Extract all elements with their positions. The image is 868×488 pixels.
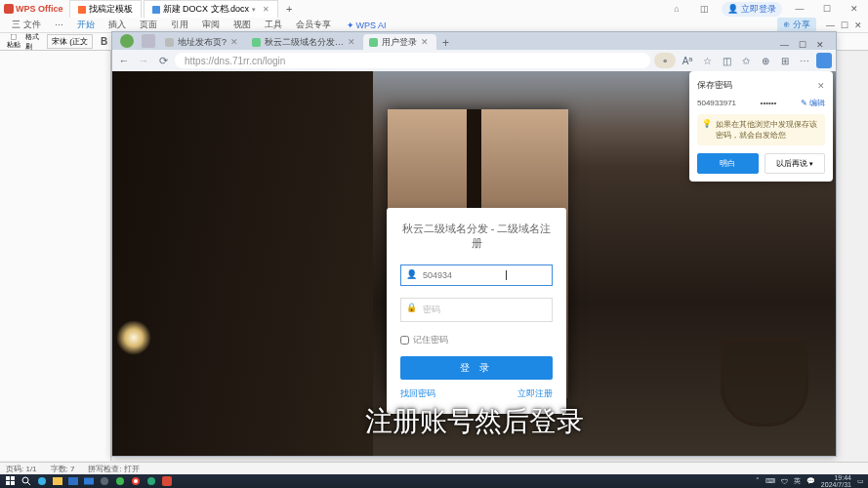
- wps-titlebar: WPS Office 找稿定模板 新建 DOCX 文档.docx ▾ ✕ + ⌂…: [0, 0, 868, 18]
- forward-button[interactable]: →: [136, 53, 151, 68]
- menu-vip[interactable]: 会员专享: [290, 19, 337, 31]
- browser-maximize[interactable]: ☐: [799, 40, 806, 50]
- username-input[interactable]: 504934: [400, 264, 553, 286]
- search-button[interactable]: [20, 474, 33, 488]
- login-submit-button[interactable]: 登 录: [400, 356, 553, 380]
- checkbox[interactable]: [400, 336, 409, 345]
- close-icon[interactable]: ✕: [845, 4, 864, 14]
- spellcheck-status[interactable]: 拼写检查: 打开: [88, 464, 139, 474]
- notification-icon[interactable]: 💬: [806, 477, 815, 485]
- home-icon[interactable]: ⌂: [667, 4, 686, 14]
- accept-button[interactable]: 明白: [697, 153, 759, 174]
- menu-review[interactable]: 审阅: [196, 19, 226, 31]
- password-input[interactable]: 密码: [400, 298, 553, 322]
- wechat-icon[interactable]: [113, 474, 127, 488]
- login-card: 秋云二级域名分发 - 二级域名注册 👤 504934 🔒 密码 记住密码 登 录…: [387, 208, 566, 414]
- mail-icon[interactable]: [82, 474, 96, 488]
- browser-tab-1[interactable]: 地址发布页? ✕: [159, 34, 246, 50]
- store-icon[interactable]: [66, 474, 80, 488]
- edit-link[interactable]: ✎ 编辑: [801, 98, 825, 108]
- menu-more[interactable]: ⋯: [49, 20, 69, 30]
- svg-line-12: [27, 482, 30, 485]
- menu-view[interactable]: 视图: [227, 19, 257, 31]
- start-button[interactable]: [4, 474, 18, 488]
- menu-start[interactable]: 开始: [71, 19, 101, 31]
- ime-indicator[interactable]: 英: [794, 476, 801, 486]
- doc-maximize-icon[interactable]: ☐: [841, 20, 848, 30]
- menu-page[interactable]: 页面: [134, 19, 163, 31]
- new-tab-button[interactable]: +: [280, 3, 298, 15]
- workspace-icon[interactable]: [142, 34, 155, 48]
- tray-defender[interactable]: 🛡: [781, 478, 788, 485]
- svg-rect-0: [4, 4, 14, 14]
- profile-icon[interactable]: [120, 34, 134, 48]
- svg-point-17: [101, 477, 108, 485]
- close-tab-icon[interactable]: ✕: [263, 5, 269, 14]
- menu-reference[interactable]: 引用: [165, 19, 194, 31]
- maximize-icon[interactable]: ☐: [817, 4, 837, 14]
- word-count[interactable]: 字数: 7: [51, 464, 75, 474]
- later-button[interactable]: 以后再说 ▾: [765, 153, 826, 174]
- doc-close-icon[interactable]: ✕: [854, 20, 862, 30]
- star-icon[interactable]: ☆: [699, 53, 715, 68]
- menu-tools[interactable]: 工具: [259, 19, 288, 31]
- explorer-icon[interactable]: [51, 474, 64, 488]
- voice-icon[interactable]: Aª: [680, 53, 695, 68]
- close-icon[interactable]: ✕: [817, 81, 825, 91]
- remember-checkbox[interactable]: 记住密码: [400, 334, 553, 346]
- svg-rect-10: [11, 481, 15, 485]
- wps-ai-button[interactable]: ✦ WPS AI: [347, 20, 387, 30]
- browser-minimize[interactable]: —: [780, 40, 789, 50]
- paste-button[interactable]: 粘贴: [6, 34, 21, 50]
- back-button[interactable]: ←: [116, 53, 132, 68]
- format-brush-button[interactable]: 格式刷: [25, 34, 41, 50]
- svg-rect-3: [12, 34, 17, 39]
- url-input[interactable]: https://dns.71rr.cn/login: [175, 53, 650, 68]
- action-center[interactable]: ▭: [857, 477, 864, 485]
- minimize-icon[interactable]: —: [790, 4, 809, 14]
- menu-file[interactable]: 三 文件: [6, 19, 47, 31]
- permission-icon[interactable]: ⚬: [654, 53, 676, 68]
- browser-tab-2[interactable]: 秋云二级域名分发 - 秋云二级域... ✕: [246, 34, 363, 50]
- tab-favicon: [252, 38, 261, 47]
- page-indicator[interactable]: 页码: 1/1: [6, 464, 37, 474]
- browser-close[interactable]: ✕: [816, 40, 824, 50]
- wps-icon[interactable]: [160, 474, 174, 488]
- extension-icon[interactable]: ⊞: [777, 53, 793, 68]
- save-password-prompt: 保存密码 ✕ 504933971 •••••• ✎ 编辑 💡 如果在其他浏览中发…: [689, 71, 833, 182]
- close-icon[interactable]: ✕: [421, 37, 429, 47]
- bold-button[interactable]: B: [99, 36, 109, 47]
- tray-chevron[interactable]: ˄: [756, 477, 760, 485]
- login-button[interactable]: 👤 立即登录: [722, 2, 782, 17]
- settings-icon[interactable]: [98, 474, 111, 488]
- menu-insert[interactable]: 插入: [103, 19, 132, 31]
- svg-point-13: [38, 477, 46, 485]
- split-icon[interactable]: ◫: [719, 53, 734, 68]
- svg-rect-14: [53, 477, 62, 485]
- share-button[interactable]: ⊕ 分享: [777, 18, 816, 32]
- favorite-icon[interactable]: ✩: [738, 53, 754, 68]
- close-icon[interactable]: ✕: [348, 37, 355, 47]
- browser-tab-3[interactable]: 用户登录 ✕: [363, 34, 436, 50]
- new-browser-tab[interactable]: +: [436, 36, 455, 50]
- font-selector[interactable]: 宋体 (正文: [47, 34, 93, 49]
- apps-icon[interactable]: ◫: [694, 4, 714, 14]
- doc-minimize-icon[interactable]: —: [826, 20, 835, 30]
- close-icon[interactable]: ✕: [230, 37, 238, 47]
- wps-tab-document[interactable]: 新建 DOCX 文档.docx ▾ ✕: [144, 0, 279, 18]
- dropdown-icon[interactable]: ▾: [252, 6, 256, 14]
- edge-icon[interactable]: [35, 474, 49, 488]
- copilot-icon[interactable]: [816, 53, 832, 68]
- wps-tab-templates[interactable]: 找稿定模板: [69, 0, 142, 18]
- app-icon[interactable]: [145, 474, 158, 488]
- login-title: 秋云二级域名分发 - 二级域名注册: [400, 222, 553, 251]
- more-icon[interactable]: ⋯: [797, 53, 812, 68]
- bg-decoration: [112, 71, 373, 456]
- tray-keyboard[interactable]: ⌨: [765, 477, 775, 485]
- clock[interactable]: 19:44 2024/7/31: [821, 474, 851, 488]
- refresh-button[interactable]: ⟳: [155, 53, 171, 68]
- forgot-password-link[interactable]: 找回密码: [400, 387, 435, 400]
- collect-icon[interactable]: ⊕: [758, 53, 773, 68]
- chrome-icon[interactable]: [129, 474, 143, 488]
- register-link[interactable]: 立即注册: [517, 387, 553, 400]
